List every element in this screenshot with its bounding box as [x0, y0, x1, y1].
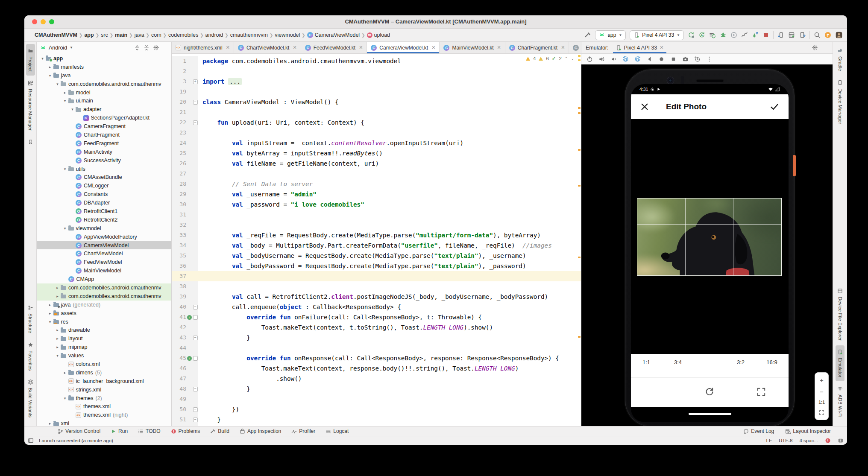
- fold-icon[interactable]: +: [193, 79, 198, 84]
- tool-strip-gradle[interactable]: Gradle: [836, 44, 845, 75]
- tab-cameraviewmodel-kt[interactable]: CCameraViewModel.kt✕: [367, 42, 440, 53]
- chevron-expanded-icon[interactable]: ▾: [54, 353, 61, 358]
- more-icon[interactable]: [706, 56, 713, 62]
- code-line-21[interactable]: 21: [172, 107, 581, 117]
- error-badge-icon[interactable]: [825, 438, 831, 444]
- zoom-window-button[interactable]: [49, 19, 54, 24]
- hide-panel-icon[interactable]: —: [163, 45, 168, 51]
- close-icon[interactable]: ✕: [660, 45, 663, 50]
- breadcrumb-item[interactable]: viewmodel: [275, 32, 300, 38]
- fold-icon[interactable]: −: [193, 120, 198, 125]
- code-line-40[interactable]: 40− call.enqueue(object : Callback<Respo…: [172, 302, 581, 312]
- chevron-collapsed-icon[interactable]: ▸: [47, 311, 53, 315]
- zoom-in-button[interactable]: +: [820, 377, 824, 383]
- tree-item-appviewmodelfactory[interactable]: CAppViewModelFactory: [37, 233, 171, 241]
- code-line-30[interactable]: 30 val _password = "i love codemobiles": [172, 199, 581, 210]
- tree-item-sectionspageradapter-kt[interactable]: KSectionsPagerAdapter.kt: [37, 114, 171, 122]
- build-hammer-icon[interactable]: [584, 32, 591, 38]
- apply-changes-icon[interactable]: [688, 32, 695, 38]
- code-line-52[interactable]: 52: [172, 425, 581, 426]
- tool-strip-device-file-explorer[interactable]: Device File Explorer: [836, 284, 845, 345]
- close-icon[interactable]: [640, 102, 649, 111]
- tree-item-retrofitclient2[interactable]: ORetrofitClient2: [37, 216, 171, 224]
- apply-code-changes-icon[interactable]: A: [698, 32, 705, 38]
- tree-item-com-codemobiles-android-cmauthenmv[interactable]: ▾com.codemobiles.android.cmauthenmv: [37, 80, 171, 88]
- tree-item-dbadapter[interactable]: CDBAdapter: [37, 199, 171, 207]
- code-line-47[interactable]: 47 .show(): [172, 374, 581, 384]
- tree-item-res[interactable]: ▾res: [37, 318, 171, 326]
- tree-item-feedfragment[interactable]: CFeedFragment: [37, 139, 171, 148]
- tree-item-cmapp[interactable]: CCMApp: [37, 275, 171, 283]
- chevron-collapsed-icon[interactable]: ▸: [62, 91, 68, 95]
- prev-issue-icon[interactable]: ⌃: [565, 56, 568, 61]
- toolwindow-todo[interactable]: TODO: [138, 428, 160, 434]
- close-icon[interactable]: ✕: [497, 45, 501, 50]
- toolwindow-profiler[interactable]: Profiler: [291, 428, 315, 434]
- tree-item-java[interactable]: ▸java(generated): [37, 301, 171, 309]
- chevron-expanded-icon[interactable]: ▾: [69, 107, 76, 111]
- tree-item-chartviewmodel[interactable]: CChartViewModel: [37, 249, 171, 258]
- tree-item-manifests[interactable]: ▸manifests: [37, 63, 171, 71]
- chevron-expanded-icon[interactable]: ▾: [54, 82, 61, 86]
- volume-down-icon[interactable]: [610, 56, 617, 62]
- toolwindow-layout-inspector[interactable]: Layout Inspector: [785, 428, 831, 434]
- code-line-24[interactable]: 24 val inputStream = context.contentReso…: [172, 138, 581, 148]
- breadcrumb-item[interactable]: android: [205, 32, 223, 38]
- rotate-right-icon[interactable]: [634, 56, 641, 62]
- tree-item-adapter[interactable]: ▾adapter: [37, 105, 171, 114]
- attach-debugger-icon[interactable]: [752, 32, 759, 38]
- chevron-collapsed-icon[interactable]: ▸: [47, 421, 53, 426]
- code-line-36[interactable]: 36 val _bodyPassword = RequestBody.creat…: [172, 261, 581, 271]
- tree-item-com-codemobiles-android-cmauthenmv[interactable]: ▸com.codemobiles.android.cmauthenmv: [37, 283, 171, 292]
- home-icon[interactable]: [658, 56, 665, 62]
- tree-item-xml[interactable]: ▸xml: [37, 419, 171, 426]
- emulator-device-tab[interactable]: Pixel 4 API 33 ✕: [613, 42, 666, 53]
- code-line-31[interactable]: 31: [172, 210, 581, 220]
- tree-item-themes[interactable]: ▾themes(2): [37, 394, 171, 403]
- close-icon[interactable]: ✕: [561, 45, 565, 50]
- tree-item-themes-xml[interactable]: <>themes.xml(night): [37, 411, 171, 419]
- code-line-44[interactable]: 44: [172, 343, 581, 353]
- toolwindow-version-control[interactable]: Version Control: [58, 428, 100, 434]
- device-mirror-icon[interactable]: [777, 32, 784, 38]
- tab-chartfragment-kt[interactable]: CChartFragment.kt✕: [505, 42, 569, 53]
- tool-strip-emulator[interactable]: Emulator: [836, 345, 845, 381]
- chevron-expanded-icon[interactable]: ▾: [39, 56, 46, 61]
- tree-item-app[interactable]: ▾app: [37, 54, 171, 63]
- screenshot-icon[interactable]: [682, 56, 689, 62]
- volume-up-icon[interactable]: [598, 56, 605, 62]
- tree-item-mainviewmodel[interactable]: CMainViewModel: [37, 266, 171, 275]
- tool-strip-project[interactable]: Project: [26, 44, 35, 76]
- tree-item-ui-main[interactable]: ▾ui.main: [37, 96, 171, 105]
- search-everywhere-icon[interactable]: [814, 32, 821, 38]
- collapse-all-icon[interactable]: [144, 45, 150, 51]
- tool-strip-bookmarks[interactable]: [26, 135, 35, 149]
- code-line-25[interactable]: 25 val byteArray = inputStream!!.readByt…: [172, 148, 581, 158]
- toolwindow-build[interactable]: Build: [210, 428, 229, 434]
- override-method-icon[interactable]: ↑: [187, 315, 192, 320]
- run-coverage-icon[interactable]: [730, 32, 737, 38]
- tool-window-toggle-icon[interactable]: [28, 438, 34, 444]
- chevron-expanded-icon[interactable]: ▾: [47, 320, 53, 324]
- breadcrumb-item[interactable]: codemobiles: [168, 32, 198, 38]
- code-line-19[interactable]: 19: [172, 87, 581, 97]
- chevron-collapsed-icon[interactable]: ▸: [54, 328, 61, 332]
- upgrade-assistant-icon[interactable]: [824, 32, 831, 38]
- expand-all-icon[interactable]: [134, 45, 140, 51]
- code-line-41[interactable]: 41↑− override fun onFailure(call: Call<R…: [172, 312, 581, 322]
- tree-item-constants[interactable]: CConstants: [37, 190, 171, 199]
- tree-item-feedviewmodel[interactable]: CFeedViewModel: [37, 258, 171, 266]
- power-icon[interactable]: [586, 56, 593, 62]
- aspect-ratio-3-2[interactable]: 3:2: [737, 359, 745, 365]
- device-select[interactable]: Pixel 4 API 33 ▼: [630, 30, 684, 40]
- tree-item-assets[interactable]: ▸assets: [37, 309, 171, 318]
- tab-mainviewmodel-kt[interactable]: CMainViewModel.kt✕: [440, 42, 505, 53]
- tab-night-themes-xml[interactable]: <>night/themes.xml✕: [172, 42, 234, 53]
- tree-item-chartfragment[interactable]: CChartFragment: [37, 131, 171, 139]
- code-line-32[interactable]: 32: [172, 220, 581, 230]
- code-line-3[interactable]: 3+import ...: [172, 76, 581, 87]
- stop-icon[interactable]: [762, 32, 769, 38]
- status-segment[interactable]: LF: [766, 438, 772, 443]
- aspect-ratio-1-1[interactable]: 1:1: [642, 359, 650, 365]
- tree-item-strings-xml[interactable]: <>strings.xml: [37, 385, 171, 394]
